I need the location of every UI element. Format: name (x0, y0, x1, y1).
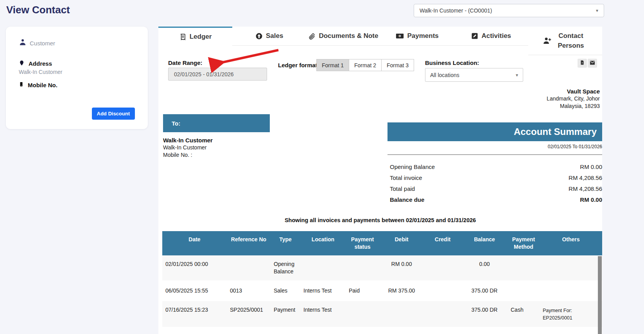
column-header-payment-method: Payment Method (508, 231, 540, 255)
ledger-format-label: Ledger format (278, 62, 318, 68)
column-header-debit: Debit (379, 231, 424, 255)
recipient-line2: Walk-In Customer (163, 144, 213, 151)
format-button-format-3[interactable]: Format 3 (382, 59, 414, 71)
column-header-credit: Credit (424, 231, 461, 255)
account-summary-rows: Opening BalanceRM 0.00Total invoiceRM 4,… (387, 161, 602, 205)
cell (540, 281, 602, 300)
person-plus-icon (543, 37, 551, 44)
account-summary: Account Summary 02/01/2025 To 01/31/2026… (387, 122, 602, 205)
summary-row-value: RM 4,208.56 (569, 185, 602, 192)
business-name: Vault Space (547, 88, 600, 95)
cell: Interns Test (300, 300, 346, 328)
contact-selector-dropdown[interactable]: Walk-In Customer - (CO0001) ▾ (414, 4, 604, 17)
tab-label: Activities (481, 32, 511, 40)
column-header-payment-status: Payment status (346, 231, 379, 255)
summary-row-value: RM 4,208.56 (569, 174, 602, 181)
page-title: View Contact (6, 4, 70, 16)
cell: 625.00 DR (461, 328, 508, 334)
cell: 375.00 DR (461, 281, 508, 300)
banknote-icon: 0 (396, 33, 404, 39)
cell: Sales (271, 328, 300, 334)
contact-type-label: Customer (30, 40, 55, 47)
tab-label: Sales (266, 32, 283, 40)
recipient-name: Walk-In Customer (163, 136, 213, 144)
tab-label: Documents & Note (319, 32, 378, 40)
paperclip-icon (308, 32, 316, 40)
summary-row-label: Opening Balance (390, 163, 435, 170)
cell (424, 300, 461, 328)
ledger-format-group: Format 1Format 2Format 3 (316, 59, 414, 71)
summary-row-total-paid: Total paidRM 4,208.56 (387, 183, 602, 194)
cell (424, 255, 461, 281)
summary-row-opening-balance: Opening BalanceRM 0.00 (387, 161, 602, 172)
table-row: 06/05/2025 15:550013SalesInterns TestPai… (162, 281, 602, 300)
account-summary-period: 02/01/2025 To 01/31/2026 (387, 144, 602, 149)
business-location-value: All locations (430, 72, 516, 78)
recipient-line3: Mobile No. : (163, 151, 213, 159)
cell: 07/16/2025 15:23 (162, 300, 227, 328)
tab-label: Payments (407, 32, 438, 40)
summary-row-total-invoice: Total invoiceRM 4,208.56 (387, 172, 602, 183)
cell (424, 328, 461, 334)
column-header-type: Type (271, 231, 300, 255)
tab-sales[interactable]: Sales (232, 27, 306, 46)
table-scrollbar-thumb[interactable] (598, 256, 602, 334)
tab-documents-note[interactable]: Documents & Note (306, 27, 380, 46)
summary-row-balance-due: Balance dueRM 0.00 (387, 194, 602, 205)
cell (379, 300, 424, 328)
column-header-balance: Balance (461, 231, 508, 255)
account-summary-header: Account Summary (387, 122, 602, 141)
download-pdf-button[interactable] (578, 59, 587, 68)
add-discount-button[interactable]: Add Discount (92, 108, 135, 120)
column-header-reference-no: Reference No (227, 231, 271, 255)
business-location-dropdown[interactable]: All locations ▾ (425, 68, 523, 82)
cell: Opening Balance (271, 255, 300, 281)
tab-activities[interactable]: Activities (454, 27, 528, 46)
date-range-input[interactable] (168, 68, 267, 81)
summary-row-value: RM 0.00 (580, 163, 602, 170)
tab-contact-persons[interactable]: Contact Persons (528, 27, 602, 55)
tabs: LedgerSalesDocuments & Note0PaymentsActi… (158, 27, 602, 55)
cell: 06/05/2025 15:55 (162, 281, 227, 300)
cell: Sales (271, 281, 300, 300)
cell (540, 328, 602, 334)
cell: 0.00 (461, 255, 508, 281)
cell: SP2025/0001 (227, 300, 271, 328)
business-address-line1: Landmark, City, Johor (547, 95, 600, 102)
format-button-format-2[interactable]: Format 2 (349, 59, 382, 71)
pdf-file-icon (580, 60, 585, 66)
sales-icon (255, 32, 263, 40)
chevron-down-icon: ▾ (596, 8, 598, 13)
date-range-label: Date Range: (168, 59, 203, 66)
contact-selector-value: Walk-In Customer - (CO0001) (420, 7, 596, 14)
chevron-down-icon: ▾ (516, 72, 518, 78)
cell: Interns Test (300, 328, 346, 334)
summary-divider (387, 154, 602, 155)
ledger-table: DateReference NoTypeLocationPayment stat… (162, 231, 602, 334)
cell: 375.00 DR (461, 300, 508, 328)
send-email-button[interactable] (588, 59, 597, 68)
cell: RM 375.00 (379, 281, 424, 300)
column-header-location: Location (300, 231, 346, 255)
tab-payments[interactable]: 0Payments (380, 27, 454, 46)
envelope-icon (590, 60, 595, 66)
table-row: 02/01/2025 00:00Opening BalanceRM 0.000.… (162, 255, 602, 281)
cell: RM 250.00 (379, 328, 424, 334)
mobile-phone-icon (19, 81, 24, 89)
pencil-square-icon (471, 32, 478, 40)
cell (346, 255, 379, 281)
summary-row-label: Total invoice (390, 174, 422, 181)
format-button-format-1[interactable]: Format 1 (316, 59, 349, 71)
cell: Payment For: EP2025/0001 (540, 300, 602, 328)
recipient-header-bar: To: (163, 114, 270, 132)
cell (346, 300, 379, 328)
table-row: 07/16/2025 15:23SP2025/0001PaymentIntern… (162, 300, 602, 328)
tab-ledger[interactable]: Ledger (158, 27, 232, 46)
cell: Cash (508, 300, 540, 328)
column-header-others: Others (540, 231, 602, 255)
cell: Paid (346, 281, 379, 300)
cell (424, 281, 461, 300)
business-address-line2: Malaysia, 18293 (547, 102, 600, 110)
svg-text:0: 0 (399, 35, 400, 37)
contact-detail-panel: LedgerSalesDocuments & Note0PaymentsActi… (158, 27, 602, 334)
